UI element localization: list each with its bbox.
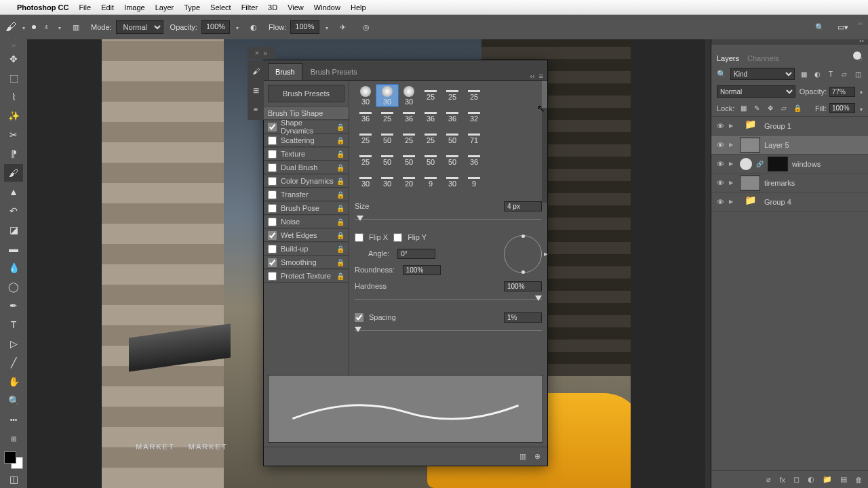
brush-tip[interactable]: 50 [376, 128, 398, 150]
visibility-icon[interactable]: 👁 [715, 198, 725, 206]
brush-option-checkbox[interactable] [268, 123, 277, 131]
brush-settings-icon[interactable]: ≡ [249, 102, 262, 116]
brush-option-checkbox[interactable] [268, 136, 277, 145]
brush-option-checkbox[interactable] [268, 204, 277, 213]
blur-tool[interactable]: 💧 [4, 259, 23, 277]
layer-opacity-value[interactable]: 77% [829, 87, 855, 97]
tools-collapse[interactable]: ›› [7, 42, 20, 49]
filter-type-icon[interactable]: T [826, 69, 835, 79]
brush-tip[interactable]: 50 [441, 128, 463, 150]
airbrush-icon[interactable]: ✈ [335, 19, 351, 35]
brush-tip[interactable]: 30 [441, 171, 463, 193]
angle-value[interactable]: 0° [397, 249, 435, 259]
visibility-icon[interactable]: 👁 [715, 179, 725, 187]
eyedropper-tool[interactable]: ⁋ [4, 145, 23, 163]
brush-tip[interactable]: 25 [355, 128, 376, 150]
layer-row[interactable]: 👁▶📁Group 1 [711, 117, 868, 136]
brush-tip[interactable]: 20 [398, 171, 420, 193]
brush-option-smoothing[interactable]: Smoothing🔒 [264, 256, 349, 269]
blend-mode-select[interactable]: Normal [116, 20, 163, 34]
pressure-opacity-icon[interactable]: ◐ [245, 19, 262, 35]
app-name[interactable]: Photoshop CC [17, 3, 68, 12]
brush-tip[interactable]: 30 [355, 85, 376, 106]
brush-option-color-dynamics[interactable]: Color Dynamics🔒 [264, 174, 349, 188]
brush-tip[interactable]: 36 [463, 150, 485, 171]
brush-tip[interactable]: 50 [420, 150, 441, 171]
layer-row[interactable]: 👁▶Layer 5 [711, 136, 868, 155]
new-group-icon[interactable]: 📁 [823, 475, 832, 484]
edit-toolbar[interactable]: ⊞ [4, 430, 23, 447]
layer-name[interactable]: Group 4 [764, 198, 791, 206]
tip-scrollbar[interactable] [542, 81, 547, 203]
brush-option-dual-brush[interactable]: Dual Brush🔒 [264, 161, 349, 174]
zoom-tool[interactable]: 🔍 [4, 392, 23, 409]
hardness-value[interactable]: 100% [504, 281, 542, 291]
brush-option-shape-dynamics[interactable]: Shape Dynamics🔒 [264, 120, 349, 134]
layer-row[interactable]: 👁▶📁Group 4 [711, 192, 868, 211]
layer-opacity-picker[interactable] [858, 87, 863, 96]
lock-icon[interactable]: 🔒 [336, 164, 344, 171]
flow-value[interactable]: 100% [290, 20, 319, 34]
spacing-value[interactable]: 1% [504, 312, 542, 323]
tab-brush-presets[interactable]: Brush Presets [304, 64, 364, 80]
layer-name[interactable]: Layer 5 [764, 141, 789, 149]
brush-option-checkbox[interactable] [268, 177, 277, 186]
brush-tip[interactable]: 30 [355, 171, 376, 193]
line-tool[interactable]: ╱ [4, 354, 23, 371]
workspace-switcher[interactable]: ▭▾ [835, 19, 851, 35]
hardness-slider[interactable] [355, 295, 542, 304]
brush-tip[interactable]: 32 [463, 106, 485, 128]
brush-tip[interactable]: 25 [420, 128, 441, 150]
panel-collapse-icon[interactable]: ‹‹ [530, 72, 534, 80]
more-tools[interactable]: ••• [4, 411, 23, 428]
panel-expand-icon[interactable]: » [263, 49, 267, 57]
brush-option-checkbox[interactable] [268, 163, 277, 172]
menu-image[interactable]: Image [124, 3, 145, 12]
stamp-tool[interactable]: ▲ [4, 183, 23, 201]
layer-row[interactable]: 👁▶🔗windows [711, 155, 868, 174]
dodge-tool[interactable]: ◯ [4, 278, 23, 296]
move-tool[interactable]: ✥ [4, 50, 23, 68]
expand-icon[interactable]: ▶ [729, 142, 736, 148]
adjustment-layer-icon[interactable]: ◐ [808, 475, 814, 484]
brush-tip[interactable]: 71 [463, 128, 485, 150]
spacing-checkbox[interactable] [355, 313, 363, 322]
lock-icon[interactable]: 🔒 [336, 232, 344, 239]
layer-row[interactable]: 👁▶tiremarks [711, 174, 868, 192]
expand-icon[interactable]: ▶ [729, 161, 736, 167]
history-brush-tool[interactable]: ↶ [4, 202, 23, 220]
brush-option-wet-edges[interactable]: Wet Edges🔒 [264, 228, 349, 242]
visibility-icon[interactable]: 👁 [715, 141, 725, 149]
brush-option-brush-tip-shape[interactable]: Brush Tip Shape [264, 106, 349, 120]
lock-move-icon[interactable]: ✥ [766, 104, 775, 112]
brush-option-checkbox[interactable] [268, 272, 277, 281]
delete-layer-icon[interactable]: 🗑 [855, 476, 863, 484]
pressure-size-icon[interactable]: ◎ [358, 19, 374, 35]
menu-help[interactable]: Help [351, 3, 366, 12]
panel-close-icon[interactable]: × [255, 49, 259, 57]
lock-artboard-icon[interactable]: ▱ [779, 104, 789, 112]
new-layer-icon[interactable]: ▤ [840, 475, 847, 484]
brush-option-texture[interactable]: Texture🔒 [264, 147, 349, 161]
brush-option-checkbox[interactable] [268, 190, 277, 199]
path-select-tool[interactable]: ▷ [4, 335, 23, 352]
filter-smart-icon[interactable]: ◫ [853, 69, 863, 79]
expand-icon[interactable]: ▶ [729, 199, 736, 205]
layer-name[interactable]: tiremarks [764, 179, 795, 187]
flipy-checkbox[interactable] [393, 233, 402, 242]
size-value[interactable]: 4 px [504, 201, 542, 211]
panel-menu-icon[interactable]: ≡ [539, 72, 543, 80]
brush-option-protect-texture[interactable]: Protect Texture🔒 [264, 269, 349, 283]
brush-size-picker[interactable] [56, 23, 61, 31]
brush-option-transfer[interactable]: Transfer🔒 [264, 188, 349, 201]
menu-view[interactable]: View [288, 3, 304, 12]
brush-tool[interactable]: 🖌 [4, 164, 23, 182]
gradient-tool[interactable]: ▬ [4, 240, 23, 258]
brush-tip[interactable]: 50 [441, 150, 463, 171]
pen-tool[interactable]: ✒ [4, 297, 23, 314]
brush-option-checkbox[interactable] [268, 218, 277, 226]
spacing-slider[interactable] [355, 326, 542, 336]
brush-tip[interactable]: 9 [463, 171, 485, 193]
menu-file[interactable]: File [79, 3, 91, 12]
brush-preview-dot[interactable] [32, 25, 36, 29]
